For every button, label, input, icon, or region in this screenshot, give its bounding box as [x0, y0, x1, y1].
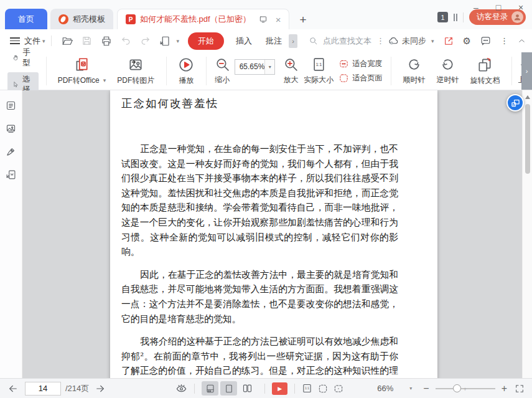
fit-page-status-icon[interactable]: [318, 384, 328, 394]
window-stack-icon: [454, 14, 457, 21]
pdf-to-image-label: PDF转图片: [117, 75, 154, 86]
feedback-icon[interactable]: [480, 36, 491, 46]
ribbon-overflow-expander[interactable]: ›: [521, 52, 532, 90]
scroll-up-arrow[interactable]: [525, 95, 530, 99]
undo-button[interactable]: [121, 36, 131, 46]
sync-status-label: 未同步: [402, 36, 426, 47]
zoom-in-label: 放大: [284, 75, 299, 85]
zoom-out-label: 缩小: [215, 75, 230, 85]
print-button[interactable]: [101, 36, 112, 47]
tab-docer-label: 稻壳模板: [73, 14, 105, 25]
actual-size-button[interactable]: 1:1 实际大小: [301, 57, 337, 85]
share-icon[interactable]: [444, 36, 454, 46]
play-fullscreen-button[interactable]: ▶: [272, 382, 287, 395]
tab-docer[interactable]: 稻壳模板: [50, 9, 113, 29]
pdf-page[interactable]: 正念如何改善羞怯 正念是一种觉知，在生命的每一刻安住于当下，不加评判，也不试图改…: [110, 90, 437, 378]
hand-tool-label: 手型: [22, 47, 33, 69]
window-close-button[interactable]: ×: [516, 2, 526, 12]
status-bar: /214页 ▶ 1:1 66% ▾ − + +: [0, 378, 532, 398]
more-v-icon[interactable]: ⋮: [500, 36, 508, 45]
fullscreen-icon[interactable]: [515, 384, 525, 394]
fit-page-button[interactable]: 适合页面: [339, 73, 382, 83]
hand-tool-button[interactable]: 手型: [7, 45, 39, 70]
divider: [463, 12, 464, 22]
vertical-scrollbar[interactable]: [522, 90, 532, 378]
scrollbar-thumb[interactable]: [525, 104, 530, 174]
menubar-right: 未同步 ▾ ⚙ ⋮: [388, 36, 526, 47]
collapse-ribbon-icon[interactable]: [518, 37, 526, 45]
zoom-out-minus-button[interactable]: −: [423, 383, 429, 394]
eye-protect-icon[interactable]: [175, 382, 187, 394]
prev-page-arrow[interactable]: [7, 383, 19, 394]
chevron-down-icon[interactable]: ▾: [177, 38, 180, 44]
chevron-right-icon: ›: [526, 67, 528, 75]
open-file-button[interactable]: [62, 36, 73, 47]
actual-size-status-icon[interactable]: 1:1: [302, 383, 312, 394]
page-number-input[interactable]: [25, 382, 61, 396]
ribbon-tab-insert[interactable]: 插入: [229, 32, 259, 50]
main-menu-icon[interactable]: [10, 36, 20, 46]
paragraph: 正念是一种觉知，在生命的每一刻安住于当下，不加评判，也不试图改变。这是一种友好而…: [121, 141, 398, 259]
tab-close-icon[interactable]: ×: [276, 14, 281, 25]
sync-status[interactable]: 未同步 ▾: [388, 36, 434, 47]
fit-tools: 适合宽度 适合页面: [339, 59, 382, 83]
doc-convert-panel-icon[interactable]: [6, 169, 16, 180]
ribbon-tab-start[interactable]: 开始: [188, 32, 224, 50]
maximize-button[interactable]: □: [493, 2, 503, 12]
annotation-pen-icon[interactable]: [6, 146, 16, 157]
layout-single-page-button[interactable]: [220, 381, 237, 396]
chevron-down-icon: ▾: [431, 38, 434, 44]
next-page-arrow[interactable]: [95, 383, 106, 394]
pdf-to-image-button[interactable]: PDF转图片: [111, 57, 160, 86]
tab-bar: – □ × 首页 稻壳模板 P 如何才能不羞怯.pdf（已加密） × + 1 访…: [0, 0, 532, 29]
layout-two-page-button[interactable]: [239, 381, 256, 396]
tab-home[interactable]: 首页: [5, 9, 47, 29]
pin-window-icon[interactable]: [259, 15, 268, 24]
images-panel-icon[interactable]: [6, 123, 16, 134]
chevron-down-icon[interactable]: ▾: [409, 386, 412, 391]
chevron-down-icon[interactable]: ▾: [264, 60, 274, 74]
export-doc-button[interactable]: [159, 36, 170, 47]
fit-width-button[interactable]: 适合宽度: [339, 59, 382, 69]
layout-scroll-button[interactable]: [202, 381, 218, 396]
docer-logo-icon: [58, 14, 68, 24]
play-slideshow-button[interactable]: 播放: [172, 57, 200, 86]
workspace: 正念如何改善羞怯 正念是一种觉知，在生命的每一刻安住于当下，不加评判，也不试图改…: [0, 90, 532, 378]
paragraph: 我将介绍的这种基于正念的方法已被证明可以有效地减少焦虑和抑郁²。在前面的章节中，…: [121, 334, 398, 378]
save-button[interactable]: [82, 36, 92, 46]
tab-count-badge[interactable]: 1: [437, 12, 448, 22]
rotate-document-button[interactable]: 旋转文档: [464, 57, 505, 86]
tab-document-label: 如何才能不羞怯.pdf（已加密）: [140, 14, 251, 25]
window-controls: – □ ×: [471, 2, 526, 12]
chevron-down-icon: ▾: [103, 77, 106, 83]
settings-gear-icon[interactable]: ⚙: [463, 36, 471, 47]
zoom-level-value: 65.65%: [235, 62, 265, 71]
svg-text:1:1: 1:1: [306, 387, 310, 390]
find-text-box[interactable]: 点此查找文本 ⋮: [309, 36, 385, 47]
zoom-out-button[interactable]: 缩小: [213, 57, 232, 85]
ribbon-tab-comment[interactable]: 批注: [259, 32, 289, 50]
zoom-slider-knob[interactable]: [453, 384, 461, 392]
guest-login-label: 访客登录: [477, 12, 508, 22]
minimize-button[interactable]: –: [471, 2, 481, 12]
play-label: 播放: [179, 75, 194, 86]
document-viewport[interactable]: 正念如何改善羞怯 正念是一种觉知，在生命的每一刻安住于当下，不加评判，也不试图改…: [22, 90, 522, 378]
tab-document[interactable]: P 如何才能不羞怯.pdf（已加密） ×: [117, 9, 289, 29]
divider: [294, 384, 295, 394]
zoom-percent-label[interactable]: 66%: [377, 384, 393, 393]
new-tab-button[interactable]: +: [299, 13, 306, 29]
zoom-level-combobox[interactable]: 65.65% ▾: [235, 59, 276, 75]
rotate-clockwise-button[interactable]: 顺时针: [397, 57, 431, 85]
zoom-in-plus-button[interactable]: +: [502, 383, 507, 394]
fit-width-status-icon[interactable]: [334, 384, 343, 394]
pdf-to-office-button[interactable]: PDF转Office▾: [52, 57, 112, 86]
zoom-slider[interactable]: +: [436, 384, 495, 393]
rotate-counterclockwise-button[interactable]: 逆时针: [431, 57, 464, 85]
more-v-icon[interactable]: ⋮: [376, 36, 385, 45]
zoom-in-button[interactable]: 放大: [281, 57, 301, 85]
page-total-label: /214页: [65, 383, 89, 394]
thumbnails-panel-icon[interactable]: [6, 100, 16, 111]
redo-button[interactable]: [140, 36, 151, 46]
quick-convert-float-button[interactable]: [506, 94, 524, 111]
ribbon-tab-expander[interactable]: ›: [289, 34, 297, 48]
